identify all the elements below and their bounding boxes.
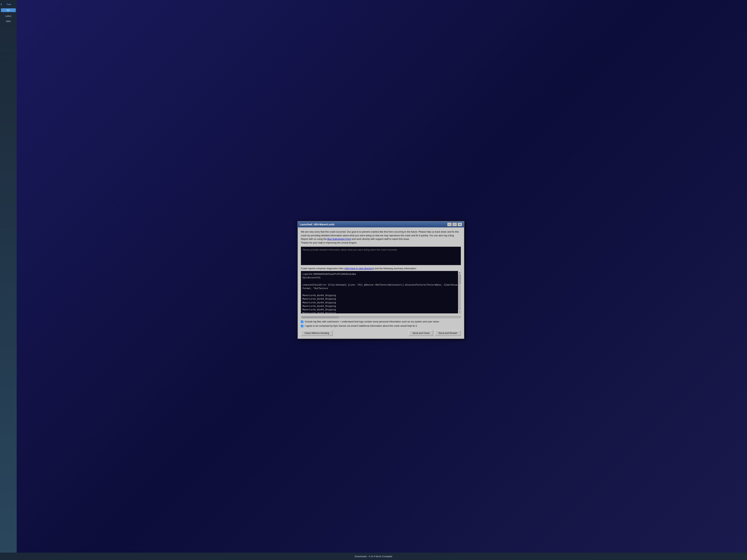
downloads-label: Downloads - 4 of 4 Items Complete — [355, 555, 392, 558]
sidebar-item-man[interactable]: MAN — [0, 19, 17, 24]
checkbox-logs-row: Include log files with submission. I und… — [301, 320, 461, 323]
horizontal-scrollbar[interactable] — [301, 316, 461, 318]
intro-text: We are very sorry that this crash occurr… — [301, 230, 461, 244]
crash-log-text: LoginId:38999d894db25aa5fc0f12863b1dcdba… — [303, 273, 459, 314]
bug-submission-link[interactable]: Bug Submission Form — [327, 238, 351, 240]
send-and-close-button[interactable]: Send and Close — [409, 330, 433, 336]
user-input-area[interactable]: Please provide detailed information abou… — [301, 247, 461, 265]
scrollbar-thumb[interactable] — [459, 274, 461, 284]
sidebar-item-ed[interactable]: ED — [0, 7, 17, 14]
dialog-title: Launched: UE4-ManorLords — [300, 223, 334, 226]
crash-info-label: Crash reports comprise diagnostics files… — [301, 267, 461, 270]
taskbar: Downloads - 4 of 4 Items Complete — [0, 553, 747, 560]
dialog-titlebar: Launched: UE4-ManorLords — □ ✕ — [298, 221, 464, 228]
checkbox-logs[interactable] — [301, 321, 303, 323]
checkbox-contact-row: I agree to be contacted by Epic Games vi… — [301, 324, 461, 327]
minimize-button[interactable]: — — [447, 222, 452, 226]
close-without-sending-button[interactable]: Close Without Sending — [301, 330, 333, 336]
maximize-button[interactable]: □ — [453, 222, 457, 226]
crash-dialog: Launched: UE4-ManorLords — □ ✕ We are ve… — [298, 221, 464, 339]
scrollbar-up-arrow[interactable]: ▲ — [458, 271, 461, 274]
user-input-placeholder: Please provide detailed information abou… — [303, 248, 397, 251]
checkbox-contact-label: I agree to be contacted by Epic Games vi… — [305, 324, 417, 327]
send-and-restart-button[interactable]: Send and Restart — [435, 330, 461, 336]
checkbox-logs-label: Include log files with submission. I und… — [305, 320, 440, 323]
titlebar-controls: — □ ✕ — [447, 222, 462, 226]
crash-log-scrollbar[interactable]: ▲ ▼ — [458, 271, 461, 314]
button-row: Close Without Sending Send and Close Sen… — [301, 329, 461, 336]
horizontal-scrollbar-thumb[interactable] — [301, 316, 338, 318]
checkbox-contact[interactable] — [301, 325, 303, 327]
sidebar-item-page[interactable]: Page — [0, 2, 17, 7]
view-directory-link[interactable]: click here to view directory — [345, 267, 373, 270]
crash-log-area[interactable]: LoginId:38999d894db25aa5fc0f12863b1dcdba… — [301, 271, 461, 314]
right-buttons: Send and Close Send and Restart — [409, 330, 461, 336]
scrollbar-down-arrow[interactable]: ▼ — [458, 311, 461, 314]
close-button[interactable]: ✕ — [458, 222, 462, 226]
crash-log-container: LoginId:38999d894db25aa5fc0f12863b1dcdba… — [301, 271, 461, 314]
dialog-body: We are very sorry that this crash occurr… — [298, 228, 464, 339]
sidebar-item-lable[interactable]: LABLE — [0, 14, 17, 19]
steam-sidebar: Page ED LABLE MAN — [0, 0, 17, 560]
